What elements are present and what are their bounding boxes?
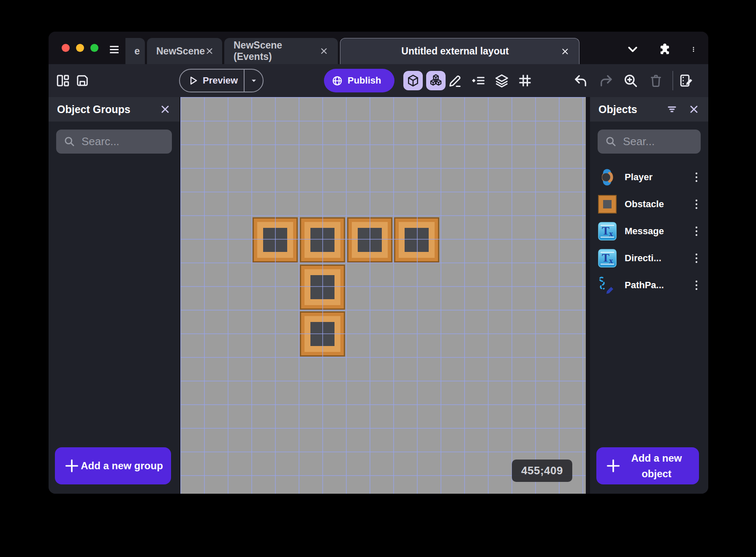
tab-label: NewScene (Events) — [234, 40, 319, 62]
window-controls — [62, 44, 98, 52]
zoom-window-button[interactable] — [90, 44, 98, 52]
path-paint-icon — [598, 276, 617, 295]
text-object-icon: Tx — [598, 222, 617, 241]
tab-strip: e NewScene NewScene (Events) Untitled ex… — [125, 38, 579, 64]
add-group-button[interactable]: Add a new group — [55, 447, 171, 484]
object-name: Obstacle — [625, 199, 684, 210]
zoom-in-icon[interactable] — [623, 73, 638, 88]
search-icon — [64, 136, 75, 147]
objects-list: Player Obstacle — [590, 164, 708, 299]
extensions-puzzle-icon[interactable] — [658, 43, 671, 56]
open-panels-icon[interactable] — [55, 73, 71, 88]
object-name: Message — [625, 226, 684, 237]
search-icon — [605, 136, 617, 147]
object-row-direction[interactable]: Tx Directi... — [590, 245, 708, 272]
divider — [586, 97, 590, 494]
redo-icon[interactable] — [598, 73, 614, 88]
preview-button[interactable]: Preview — [179, 69, 264, 92]
object-row-obstacle[interactable]: Obstacle — [590, 191, 708, 218]
layers-icon[interactable] — [494, 73, 509, 88]
text-object-icon: Tx — [598, 249, 617, 268]
object-name: Directi... — [625, 253, 684, 264]
player-sprite-icon — [598, 168, 617, 187]
chevron-down-icon[interactable] — [626, 43, 639, 56]
kebab-menu-icon[interactable] — [691, 225, 702, 237]
minimize-window-button[interactable] — [76, 44, 84, 52]
divider — [672, 71, 673, 90]
grid-icon[interactable] — [517, 73, 533, 88]
object-row-pathpaint[interactable]: PathPa... — [590, 272, 708, 299]
scene-canvas[interactable]: 455;409 — [180, 97, 586, 494]
tab-label: e — [134, 46, 140, 57]
save-icon[interactable] — [75, 73, 90, 88]
close-tab-icon[interactable] — [205, 46, 214, 56]
object-groups-header: Object Groups — [49, 97, 179, 122]
tab-bar-actions — [626, 43, 696, 56]
close-window-button[interactable] — [62, 44, 70, 52]
kebab-menu-icon[interactable] — [691, 198, 702, 210]
obstacle-instance[interactable] — [394, 217, 439, 262]
panel-title: Objects — [598, 103, 666, 116]
object-name: Player — [625, 172, 684, 183]
tab-label: NewScene — [156, 46, 205, 57]
cube-3d-icon[interactable] — [403, 71, 423, 90]
preview-options-dropdown[interactable] — [245, 70, 263, 92]
obstacle-instance[interactable] — [253, 217, 298, 262]
preview-label: Preview — [203, 75, 238, 86]
panel-title: Object Groups — [57, 103, 159, 116]
cubes-stack-icon[interactable] — [426, 71, 446, 90]
obstacle-instance[interactable] — [300, 265, 345, 310]
object-search-input[interactable] — [623, 135, 693, 148]
kebab-menu-icon[interactable] — [691, 279, 702, 291]
object-search-box[interactable] — [598, 130, 701, 154]
globe-icon — [332, 75, 343, 87]
close-tab-icon[interactable] — [560, 47, 570, 56]
svg-text:T: T — [602, 251, 609, 264]
obstacle-instance[interactable] — [347, 217, 392, 262]
cursor-coordinates-badge: 455;409 — [512, 460, 572, 482]
undo-icon[interactable] — [573, 73, 588, 88]
kebab-menu-icon[interactable] — [691, 171, 702, 183]
tab-label: Untitled external layout — [350, 46, 560, 57]
tiles-layer — [180, 97, 586, 494]
object-row-message[interactable]: Tx Message — [590, 218, 708, 245]
gdevelop-window: e NewScene NewScene (Events) Untitled ex… — [49, 32, 708, 494]
publish-label: Publish — [348, 75, 381, 86]
tab-newscene-events[interactable]: NewScene (Events) — [224, 38, 338, 64]
plus-icon — [605, 457, 622, 474]
publish-button[interactable]: Publish — [324, 69, 394, 92]
play-icon — [188, 75, 199, 86]
editor-content: Object Groups Add a new group — [49, 97, 708, 494]
close-icon[interactable] — [688, 103, 700, 115]
pencil-edit-icon[interactable] — [447, 73, 462, 88]
obstacle-tile-icon — [598, 195, 617, 214]
toolbar: Preview Publish — [49, 64, 708, 97]
object-name: PathPa... — [625, 280, 684, 291]
group-search-box[interactable] — [56, 130, 172, 154]
instances-list-icon[interactable] — [471, 73, 486, 88]
tab-newscene[interactable]: NewScene — [147, 38, 222, 64]
svg-text:x: x — [609, 229, 613, 238]
tab-untitled-external-layout[interactable]: Untitled external layout — [340, 38, 579, 64]
main-menu-icon[interactable] — [108, 43, 120, 56]
tab-bar: e NewScene NewScene (Events) Untitled ex… — [49, 32, 708, 64]
object-row-player[interactable]: Player — [590, 164, 708, 191]
trash-icon[interactable] — [648, 73, 664, 88]
obstacle-instance[interactable] — [300, 311, 345, 357]
svg-text:T: T — [602, 224, 609, 237]
svg-text:x: x — [609, 256, 613, 265]
tab-home-clipped[interactable]: e — [125, 38, 145, 64]
group-search-input[interactable] — [82, 135, 164, 148]
kebab-menu-icon[interactable] — [691, 43, 696, 56]
kebab-menu-icon[interactable] — [691, 252, 702, 264]
add-group-label: Add a new group — [80, 458, 163, 473]
add-object-button[interactable]: Add a new object — [596, 447, 699, 484]
close-icon[interactable] — [159, 103, 171, 115]
filter-icon[interactable] — [666, 103, 678, 115]
obstacle-instance[interactable] — [300, 217, 345, 262]
close-tab-icon[interactable] — [319, 46, 329, 56]
edit-scene-icon[interactable] — [679, 73, 694, 88]
objects-header: Objects — [590, 97, 708, 122]
desktop-background: e NewScene NewScene (Events) Untitled ex… — [0, 0, 756, 557]
object-groups-panel: Object Groups Add a new group — [49, 97, 180, 494]
